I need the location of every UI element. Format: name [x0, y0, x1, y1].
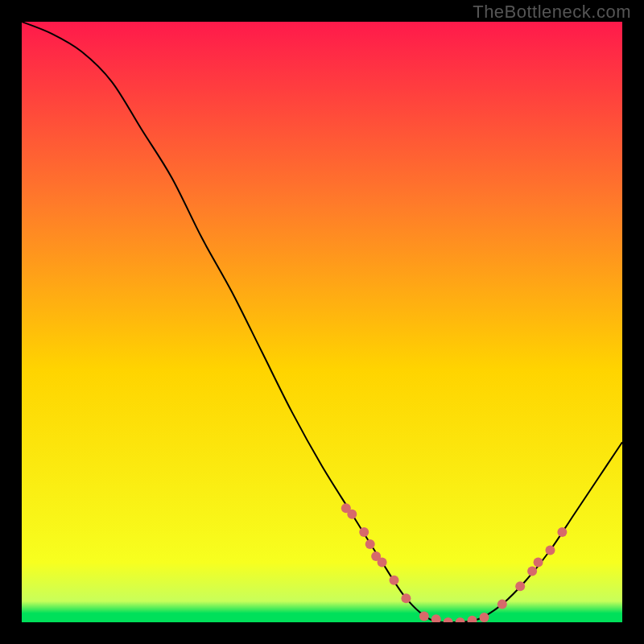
chart-background [22, 22, 622, 622]
watermark-text: TheBottleneck.com [473, 2, 631, 23]
data-marker [527, 567, 537, 576]
data-marker [557, 527, 567, 537]
data-marker [401, 593, 411, 603]
data-marker [515, 581, 525, 591]
data-marker [365, 539, 375, 549]
data-marker [390, 576, 399, 585]
data-marker [359, 527, 369, 537]
chart-svg [22, 22, 622, 622]
data-marker [497, 600, 507, 609]
data-marker [545, 545, 555, 555]
bottleneck-chart [22, 22, 622, 622]
data-marker [378, 557, 387, 567]
data-marker [419, 612, 429, 621]
chart-frame: TheBottleneck.com [0, 0, 644, 644]
data-marker [479, 613, 489, 622]
data-marker [534, 557, 543, 567]
data-marker [347, 510, 357, 519]
